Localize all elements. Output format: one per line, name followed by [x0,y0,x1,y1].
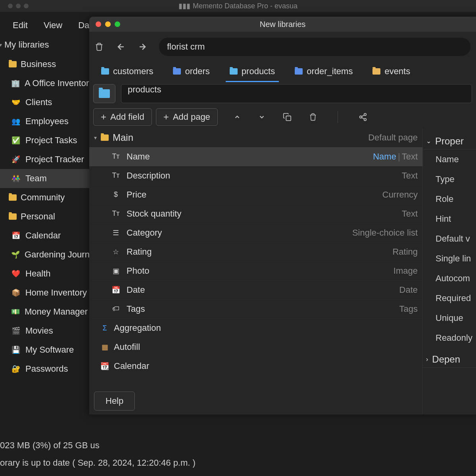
maximize-icon[interactable] [115,21,120,27]
property-row[interactable]: Hint [423,209,476,229]
main-titlebar: ▮▮▮ Memento Database Pro - evasua [0,0,476,12]
folder-icon [173,68,181,75]
field-row[interactable]: ☆RatingRating [89,242,422,261]
section-row[interactable]: 📆Calendar [89,357,422,376]
sidebar-item[interactable]: ✅Project Tasks [0,131,89,150]
tab-customers[interactable]: customers [97,63,157,80]
sidebar-item[interactable]: 🔐Passwords [0,359,89,378]
property-row[interactable]: Type [423,169,476,189]
traffic-dot[interactable] [24,4,29,8]
sidebar-folder[interactable]: ▾Business [0,55,89,74]
field-row[interactable]: ☰CategorySingle-choice list [89,223,422,242]
sidebar-item[interactable]: 👥Employees [0,112,89,131]
property-row[interactable]: Default v [423,229,476,249]
move-down-icon[interactable] [258,113,265,121]
sidebar-item-label: Gardening Journa [25,250,89,260]
library-icon: 👥 [11,117,21,126]
back-icon[interactable] [116,42,129,52]
close-icon[interactable] [96,21,101,27]
property-row[interactable]: Single lin [423,249,476,269]
properties-header[interactable]: ⌄ Proper [423,133,476,150]
folder-icon [372,68,380,75]
field-row[interactable]: ▣PhotoImage [89,261,422,280]
sidebar-item[interactable]: 📦Home Inventory [0,283,89,302]
traffic-dot[interactable] [8,4,13,8]
tab-label: customers [113,66,153,77]
group-meta: Default page [368,132,418,143]
copy-icon[interactable] [283,113,292,121]
sidebar-item[interactable]: 🤝Clients [0,93,89,112]
property-row[interactable]: Required [423,288,476,308]
folder-label: Business [21,59,56,69]
traffic-dot[interactable] [16,4,21,8]
field-row[interactable]: TтDescriptionText [89,166,422,185]
section-row[interactable]: ▦Autofill [89,338,422,357]
sidebar-item[interactable]: 💵Money Manager [0,302,89,321]
field-name: Photo [127,266,388,276]
property-row[interactable]: Readonly [423,328,476,348]
field-type-icon: ▣ [111,267,121,275]
move-up-icon[interactable] [234,113,241,121]
sidebar-header[interactable]: ▾ My libraries [0,36,89,55]
body-columns: ▾ Main Default page TтNameName|TextTтDes… [89,128,476,415]
main-window-title: ▮▮▮ Memento Database Pro - evasua [178,2,298,10]
sidebar-item-label: A Office Inventory [25,78,89,88]
field-row[interactable]: 🏷TagsTags [89,299,422,319]
chevron-down-icon: ⌄ [426,137,431,145]
field-row[interactable]: 📅DateDate [89,280,422,299]
add-field-button[interactable]: + Add field [93,108,152,126]
tabs: customersordersproductsorder_itemsevents [89,61,476,81]
sidebar-item[interactable]: 💾My Software [0,340,89,359]
folder-icon [230,68,238,75]
property-row[interactable]: Name [423,150,476,169]
sidebar-item[interactable]: ❤️Health [0,264,89,283]
field-row[interactable]: TтStock quantityText [89,204,422,223]
tab-order_items[interactable]: order_items [291,63,357,80]
section-name: Autofill [114,342,140,352]
field-type-icon: 🏷 [111,305,121,313]
share-icon[interactable] [359,113,367,121]
search-input[interactable]: florist crm [159,38,470,56]
add-page-button[interactable]: + Add page [156,108,218,126]
tab-orders[interactable]: orders [169,63,213,80]
sidebar-item[interactable]: 👫Team [0,169,89,188]
folder-label: Community [21,192,65,203]
field-row[interactable]: $PriceCurrency [89,185,422,204]
sidebar-item[interactable]: 🌱Gardening Journa [0,245,89,264]
menu-view[interactable]: View [44,20,62,31]
field-type-icon: 📅 [111,286,121,294]
property-row[interactable]: Role [423,189,476,209]
library-name-input[interactable]: products [121,84,472,103]
sidebar-folder[interactable]: ▾Personal [0,207,89,226]
sidebar-item[interactable]: 🎬Movies [0,321,89,340]
tab-events[interactable]: events [369,63,414,80]
library-icon-button[interactable] [93,84,115,103]
property-row[interactable]: Unique [423,308,476,328]
library-icon: 👫 [11,174,21,183]
menu-edit[interactable]: Edit [13,20,28,31]
minimize-icon[interactable] [105,21,111,27]
field-type: Text [402,171,418,181]
section-row[interactable]: ΣAggregation [89,319,422,338]
library-icon: 🤝 [11,98,21,107]
group-header[interactable]: ▾ Main Default page [89,128,422,147]
svg-point-1 [364,113,367,116]
delete-icon[interactable] [309,113,317,121]
sidebar-item[interactable]: 📅Calendar [0,226,89,245]
property-row[interactable]: Autocom [423,269,476,288]
sidebar-item[interactable]: 🚀Project Tracker [0,150,89,169]
folder-icon [9,194,17,201]
sidebar-item[interactable]: 🏢A Office Inventory [0,74,89,93]
help-button[interactable]: Help [94,392,135,411]
library-icon: 🎬 [11,326,21,336]
sidebar-folder[interactable]: ▾Community [0,188,89,207]
forward-icon[interactable] [138,42,150,52]
tab-products[interactable]: products [226,63,279,80]
trash-icon[interactable] [95,42,107,52]
field-type-icon: Tт [111,171,121,180]
dependencies-header[interactable]: › Depen [423,351,476,368]
folder-label: Personal [21,211,55,222]
statusbar: 023 MB (3%) of 25 GB us orary is up to d… [0,432,476,476]
fields-column: ▾ Main Default page TтNameName|TextTтDes… [89,128,422,415]
field-row[interactable]: TтNameName|Text [89,147,422,166]
